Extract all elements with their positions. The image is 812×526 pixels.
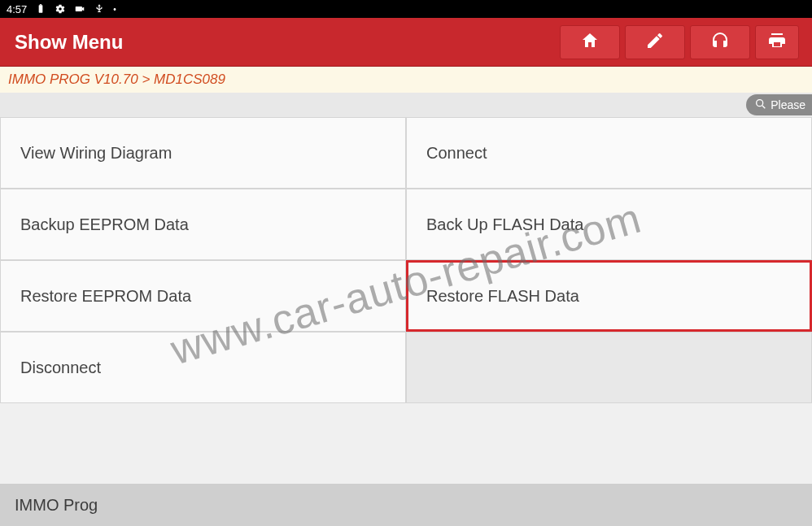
footer-bar: IMMO Prog [0,484,812,526]
menu-item-restore-eeprom[interactable]: Restore EEPROM Data [0,260,406,332]
gear-icon [55,3,66,15]
svg-rect-0 [39,5,43,12]
usb-icon [94,3,105,15]
menu-item-empty [406,332,812,403]
menu-item-label: Connect [426,144,487,163]
search-input[interactable]: Please [746,94,812,115]
search-placeholder: Please [771,98,805,111]
status-time: 4:57 [7,3,27,15]
headset-icon [710,31,730,54]
edit-button[interactable] [625,25,685,59]
home-icon [580,31,600,54]
search-icon [754,98,767,113]
edit-icon [645,31,665,54]
menu-item-connect[interactable]: Connect [406,117,812,189]
status-icons: • [35,3,116,15]
svg-rect-2 [76,7,82,11]
print-button[interactable] [755,25,799,59]
menu-item-label: Disconnect [20,359,101,377]
menu-grid: View Wiring Diagram Connect Backup EEPRO… [0,117,812,403]
menu-item-label: Back Up FLASH Data [426,215,583,234]
toolbar [560,25,799,59]
menu-item-backup-eeprom[interactable]: Backup EEPROM Data [0,189,406,260]
printer-icon [767,31,787,54]
menu-item-view-wiring-diagram[interactable]: View Wiring Diagram [0,117,406,189]
page-title: Show Menu [15,31,560,54]
menu-item-label: Restore EEPROM Data [20,287,191,306]
dot-icon: • [113,5,116,14]
menu-item-restore-flash[interactable]: Restore FLASH Data [406,260,812,332]
menu-item-disconnect[interactable]: Disconnect [0,332,406,403]
android-status-bar: 4:57 • [0,0,812,18]
svg-point-3 [757,99,763,106]
svg-rect-1 [40,4,41,5]
app-titlebar: Show Menu [0,18,812,67]
menu-item-label: View Wiring Diagram [20,144,172,163]
camera-icon [74,3,85,15]
battery-icon [35,3,46,15]
menu-item-label: Restore FLASH Data [426,287,579,306]
breadcrumb: IMMO PROG V10.70 > MD1CS089 [0,67,812,93]
menu-item-backup-flash[interactable]: Back Up FLASH Data [406,189,812,260]
breadcrumb-text: IMMO PROG V10.70 > MD1CS089 [8,72,225,88]
home-button[interactable] [560,25,620,59]
svg-line-4 [762,106,765,108]
search-row: Please [0,93,812,117]
support-button[interactable] [690,25,750,59]
menu-item-label: Backup EEPROM Data [20,215,189,234]
footer-label: IMMO Prog [15,496,98,515]
